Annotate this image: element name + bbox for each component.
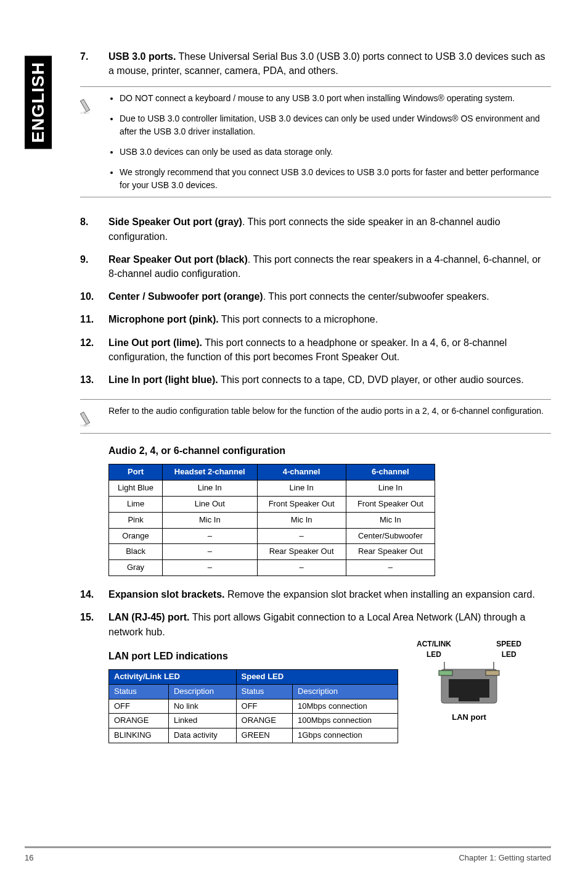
- note-block: DO NOT connect a keyboard / mouse to any…: [80, 86, 551, 197]
- table-row: OFFNo linkOFF10Mbps connection: [109, 699, 398, 714]
- item-number: 14.: [80, 587, 108, 601]
- table-row: BLINKINGData activityGREEN1Gbps connecti…: [109, 728, 398, 743]
- language-tab: ENGLISH: [25, 56, 52, 149]
- table-subheader: Description: [168, 684, 236, 699]
- table-row: Light BlueLine InLine InLine In: [109, 481, 435, 497]
- list-item-15: 15. LAN (RJ-45) port. This port allows G…: [80, 610, 551, 743]
- audio-config-table: Port Headset 2-channel 4-channel 6-chann…: [108, 464, 435, 576]
- lan-port-icon: [435, 662, 503, 708]
- led-label: LED: [427, 650, 441, 659]
- list-item-14: 14. Expansion slot brackets. Remove the …: [80, 587, 551, 601]
- item-text: Remove the expansion slot bracket when i…: [225, 589, 535, 600]
- svg-rect-1: [80, 99, 89, 112]
- table-row: Black–Rear Speaker OutRear Speaker Out: [109, 544, 435, 560]
- table-subheader: Description: [293, 684, 398, 699]
- item-title: LAN (RJ-45) port.: [108, 612, 190, 622]
- item-number: 12.: [80, 336, 108, 364]
- page-footer: 16 Chapter 1: Getting started: [25, 846, 551, 862]
- lan-led-heading: LAN port LED indications: [108, 649, 398, 663]
- table-header: Speed LED: [236, 669, 398, 684]
- pencil-icon: [80, 94, 101, 115]
- note-bullet: DO NOT connect a keyboard / mouse to any…: [120, 92, 551, 105]
- item-text: . This port connects the center/subwoofe…: [263, 291, 489, 302]
- svg-point-5: [80, 424, 90, 427]
- page-number: 16: [25, 853, 43, 862]
- table-row: Orange––Center/Subwoofer: [109, 528, 435, 544]
- item-number: 15.: [80, 610, 108, 743]
- note-bullet: We strongly recommend that you connect U…: [120, 166, 551, 192]
- item-text: This port connects to a tape, CD, DVD pl…: [218, 374, 524, 385]
- table-subheader: Status: [109, 684, 169, 699]
- item-text: This port connects to a microphone.: [219, 314, 378, 324]
- lan-led-table: Activity/Link LED Speed LED Status Descr…: [108, 669, 398, 743]
- item-number: 9.: [80, 252, 108, 281]
- table-row: PinkMic InMic InMic In: [109, 512, 435, 528]
- item-number: 10.: [80, 289, 108, 303]
- table-header: 4-channel: [257, 464, 346, 481]
- table-header: Headset 2-channel: [163, 464, 257, 481]
- item-title: Center / Subwoofer port (orange): [108, 291, 263, 302]
- speed-label: SPEED: [496, 640, 521, 648]
- lan-port-caption: LAN port: [417, 712, 521, 724]
- table-subheader: Status: [236, 684, 293, 699]
- svg-rect-10: [486, 670, 499, 675]
- table-row: ORANGELinkedORANGE100Mbps connection: [109, 714, 398, 728]
- svg-rect-4: [80, 412, 89, 424]
- item-title: Rear Speaker Out port (black): [108, 254, 248, 265]
- item-number: 8.: [80, 215, 108, 243]
- list-item-13: 13. Line In port (light blue). This port…: [80, 373, 551, 576]
- actlink-label: ACT/LINK: [417, 640, 451, 648]
- item-title: Line In port (light blue).: [108, 374, 218, 385]
- list-item-9: 9. Rear Speaker Out port (black). This p…: [80, 252, 551, 281]
- note-block: Refer to the audio configuration table b…: [80, 399, 551, 434]
- item-title: Line Out port (lime).: [108, 337, 202, 348]
- note-bullet: Due to USB 3.0 controller limitation, US…: [120, 112, 551, 138]
- note-text: DO NOT connect a keyboard / mouse to any…: [108, 92, 551, 192]
- table-header: 6-channel: [346, 464, 435, 481]
- list-item-10: 10. Center / Subwoofer port (orange). Th…: [80, 289, 551, 303]
- lan-port-diagram: ACT/LINK LED SPEED LED: [417, 639, 521, 724]
- main-content: 7. USB 3.0 ports. These Universal Serial…: [80, 49, 551, 743]
- list-item-8: 8. Side Speaker Out port (gray). This po…: [80, 215, 551, 243]
- table-row: Gray–––: [109, 560, 435, 576]
- item-number: 11.: [80, 312, 108, 326]
- list-item-7: 7. USB 3.0 ports. These Universal Serial…: [80, 49, 551, 206]
- chapter-label: Chapter 1: Getting started: [43, 853, 551, 862]
- note-text: Refer to the audio configuration table b…: [108, 405, 551, 418]
- page: ENGLISH 7. USB 3.0 ports. These Universa…: [0, 0, 588, 887]
- list-item-12: 12. Line Out port (lime). This port conn…: [80, 336, 551, 364]
- svg-rect-11: [449, 679, 489, 698]
- svg-rect-9: [439, 670, 452, 675]
- svg-point-2: [80, 112, 90, 114]
- item-title: Microphone port (pink).: [108, 314, 219, 324]
- list-item-11: 11. Microphone port (pink). This port co…: [80, 312, 551, 326]
- item-title: Expansion slot brackets.: [108, 589, 225, 600]
- note-bullet: USB 3.0 devices can only be used as data…: [120, 146, 551, 159]
- pencil-icon: [80, 407, 101, 428]
- item-title: USB 3.0 ports.: [108, 51, 176, 62]
- svg-rect-12: [459, 698, 480, 701]
- led-label: LED: [502, 650, 517, 659]
- audio-config-heading: Audio 2, 4, or 6-channel configuration: [108, 444, 551, 458]
- table-header: Activity/Link LED: [109, 669, 237, 684]
- item-title: Side Speaker Out port (gray): [108, 217, 242, 227]
- table-row: LimeLine OutFront Speaker OutFront Speak…: [109, 496, 435, 512]
- table-header: Port: [109, 464, 163, 481]
